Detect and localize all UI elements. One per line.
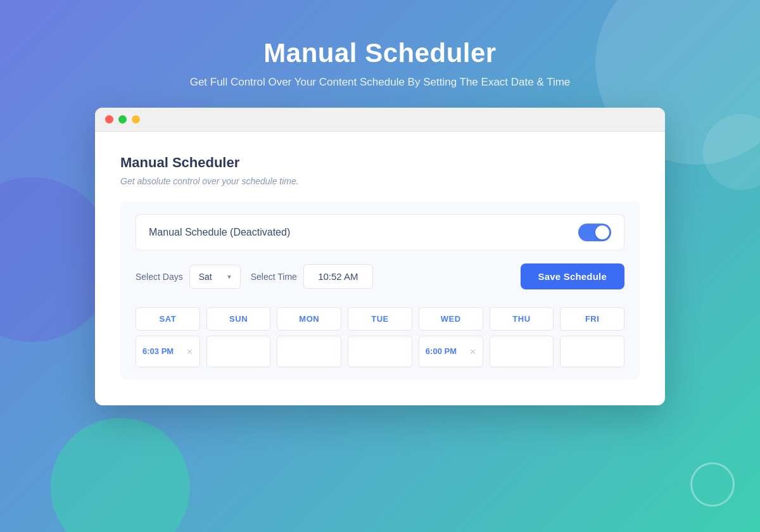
bg-decoration-bottom-right [690,462,735,507]
bg-decoration-bottom-left [51,418,190,532]
day-header-fri[interactable]: FRI [560,307,624,331]
day-header-sun[interactable]: SUN [206,307,271,331]
day-header-wed[interactable]: WED [419,307,483,331]
time-slot-value: 6:03 PM [142,346,174,357]
maximize-dot[interactable] [132,115,140,124]
toggle-label: Manual Schedule (Deactivated) [149,227,290,238]
select-time-group: Select Time 10:52 AM [251,264,510,289]
time-slot-value: 6:00 PM [426,346,457,357]
remove-time-slot-icon[interactable]: ✕ [186,347,193,357]
days-select[interactable]: Sat ▾ [189,265,241,289]
window-card: Manual Scheduler Get absolute control ov… [95,108,665,405]
controls-row: Select Days Sat ▾ Select Time 10:52 AM S… [136,263,624,289]
remove-time-slot-icon[interactable]: ✕ [469,347,476,357]
select-time-label: Select Time [251,272,297,282]
toggle-row: Manual Schedule (Deactivated) [136,214,624,251]
day-col-mon: MON [277,307,341,367]
empty-time-slot-sun [206,336,271,367]
selected-day-value: Sat [199,272,212,282]
day-header-sat[interactable]: SAT [136,307,200,331]
empty-time-slot-tue [348,336,412,367]
page-title: Manual Scheduler [190,38,571,68]
day-col-sat: SAT6:03 PM✕ [136,307,200,367]
empty-time-slot-fri [560,336,624,367]
empty-time-slot-thu [490,336,554,367]
empty-time-slot-mon [277,336,341,367]
time-slot-sat: 6:03 PM✕ [136,336,200,367]
card-content: Manual Scheduler Get absolute control ov… [95,132,665,405]
chevron-down-icon: ▾ [227,272,231,281]
page-header: Manual Scheduler Get Full Control Over Y… [190,0,571,108]
save-schedule-button[interactable]: Save Schedule [521,263,625,289]
day-col-thu: THU [490,307,554,367]
day-col-fri: FRI [560,307,624,367]
inner-panel: Manual Schedule (Deactivated) Select Day… [120,201,640,380]
window-titlebar [95,108,665,132]
day-header-tue[interactable]: TUE [348,307,412,331]
select-days-label: Select Days [136,272,183,282]
time-slot-wed: 6:00 PM✕ [419,336,483,367]
bg-decoration-right [703,114,760,190]
day-col-sun: SUN [206,307,271,367]
card-title: Manual Scheduler [120,155,640,171]
day-col-wed: WED6:00 PM✕ [419,307,483,367]
day-col-tue: TUE [348,307,412,367]
days-grid: SAT6:03 PM✕SUNMONTUEWED6:00 PM✕THUFRI [136,307,624,367]
minimize-dot[interactable] [118,115,127,124]
day-header-thu[interactable]: THU [490,307,554,331]
time-display[interactable]: 10:52 AM [303,264,373,289]
day-header-mon[interactable]: MON [277,307,341,331]
card-description: Get absolute control over your schedule … [120,176,640,186]
toggle-switch[interactable] [578,224,611,241]
page-subtitle: Get Full Control Over Your Content Sched… [190,76,571,89]
close-dot[interactable] [105,115,113,124]
select-days-group: Select Days Sat ▾ [136,265,241,289]
